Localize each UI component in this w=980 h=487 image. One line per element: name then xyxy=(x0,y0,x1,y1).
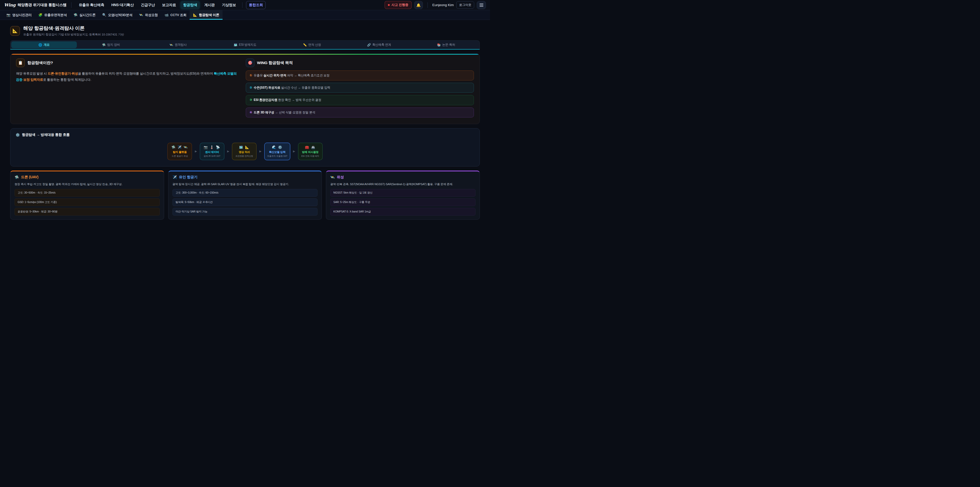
subnav-item-위성요청[interactable]: 🛰️위성요청 xyxy=(136,10,161,20)
subnav-item-영상사진관리[interactable]: 📷영상사진관리 xyxy=(3,10,35,20)
platform-title: 🛸드론 (UAV) xyxy=(14,175,160,179)
incident-status-badge: 사고 진행중 xyxy=(385,1,412,9)
platform-title: ✈️유인 항공기 xyxy=(172,175,318,179)
main-nav: 유출유 확산예측HNS·대기확산긴급구난보고자료항공탐색게시판기상정보통합조회 xyxy=(76,1,266,9)
flow-step-label: 영상 처리 xyxy=(235,150,254,154)
flow-arrow-icon: ▶ xyxy=(227,150,229,153)
goal-number: ④ xyxy=(250,110,252,114)
header-divider xyxy=(71,2,72,8)
spec-row: 고도: 300~3,000m · 속도: 60~150m/s xyxy=(172,189,318,196)
tab-label: 면적 산정 xyxy=(308,43,321,47)
위성요청-icon: 🛰️ xyxy=(139,13,143,17)
flow-step-icons: 🧰 🚢 xyxy=(301,145,320,149)
subnav-item-label: 오염/선박3D분석 xyxy=(108,13,132,18)
flow-card: ⚙️ 항공탐색 → 방제대응 통합 흐름 🛸 ✈️ 🛰️탐지 플랫폼드론·항공기… xyxy=(10,128,480,166)
app-title: 해양환경 위기대응 통합시스템 xyxy=(18,3,67,7)
flow-step-icons: 📷 🌡️ 📡 xyxy=(203,145,221,149)
탐지 장비-icon: 🛸 xyxy=(102,43,106,47)
드론 (UAV)-icon: 🛸 xyxy=(14,175,19,179)
flow-heading: 항공탐색 → 방제대응 통합 흐름 xyxy=(22,133,70,137)
goals-section: 🎯 WING 항공탐색 목적 ①유출유 실시간 위치·면적 파악 → 확산예측 … xyxy=(246,59,474,120)
section-tabs: 🌐개요🛸탐지 장비🛰️원격탐사🗺️ESI 방제지도📏면적 산정🔗확산예측 연계📚… xyxy=(10,40,480,49)
원격탐사-icon: 🛰️ xyxy=(169,43,173,47)
overview-card: 📋 항공탐색이란? 해양 유류오염 발생 시 드론·유인항공기·위성을 활용하여… xyxy=(10,54,480,124)
subnav-item-label: 유출유면적분석 xyxy=(44,13,67,18)
위성-icon: 🛰️ xyxy=(330,175,334,179)
goal-number: ③ xyxy=(250,98,252,102)
flow-arrow-icon: ▶ xyxy=(195,150,197,153)
what-paragraph: 해양 유류오염 발생 시 드론·유인항공기·위성을 활용하여 유출유의 위치·면… xyxy=(16,70,238,83)
subnav-item-label: 실시간드론 xyxy=(80,13,96,18)
platform-desc: 광역·반복 관측. SST(NOAA AVHRR·NGSST)·SAR(Sent… xyxy=(330,182,476,187)
tab-label: 논문·특허 xyxy=(442,43,455,47)
subnav-item-label: CCTV 조회 xyxy=(170,13,186,18)
subnav-item-CCTV 조회[interactable]: 📹CCTV 조회 xyxy=(161,10,190,20)
flow-step-label: 센서 데이터 xyxy=(203,150,221,154)
flow-step-label: 탐지 플랫폼 xyxy=(170,150,189,154)
logout-button[interactable]: 로그아웃 xyxy=(456,1,474,9)
flow-step-sub: 좌표변환·면적산정 xyxy=(235,155,254,158)
platform-title-label: 유인 항공기 xyxy=(179,175,197,179)
flow-step-sub: 유출위치·유출량·SST xyxy=(267,155,287,158)
nav-item-긴급구난[interactable]: 긴급구난 xyxy=(138,1,158,9)
platform-title-label: 위성 xyxy=(337,175,344,179)
platform-card-위성: 🛰️위성광역·반복 관측. SST(NOAA AVHRR·NGSST)·SAR(… xyxy=(326,171,480,220)
subnav-item-오염/선박3D분석[interactable]: 🔍오염/선박3D분석 xyxy=(99,10,135,20)
tab-면적 산정[interactable]: 📏면적 산정 xyxy=(279,42,345,48)
spec-row: 운용반경: 5~30km · 체공: 30~90분 xyxy=(14,208,160,216)
tab-개요[interactable]: 🌐개요 xyxy=(11,42,77,48)
flow-step-icons: 🌊 ⚙️ xyxy=(267,145,287,149)
clipboard-icon: 📋 xyxy=(16,59,25,67)
platform-title: 🛰️위성 xyxy=(330,175,476,179)
tab-ESI 방제지도[interactable]: 🗺️ESI 방제지도 xyxy=(212,42,278,48)
spec-row: GSD: 1~5cm/px (100m 고도 기준) xyxy=(14,198,160,206)
sub-nav: 📷영상사진관리🧩유출유면적분석🛸실시간드론🔍오염/선박3D분석🛰️위성요청📹CC… xyxy=(0,10,490,20)
nav-item-항공탐색[interactable]: 항공탐색 xyxy=(180,1,200,9)
tab-label: 원격탐사 xyxy=(175,43,186,47)
flow-step-sub: 드론·항공기·위성 xyxy=(170,155,189,158)
nav-item-보고자료[interactable]: 보고자료 xyxy=(159,1,179,9)
hamburger-icon xyxy=(479,3,484,6)
flow-step-방제 의사결정: 🧰 🚢방제 의사결정ESI 연계·자원 배치 xyxy=(298,143,323,160)
subnav-item-label: 위성요청 xyxy=(145,13,158,18)
nav-item-게시판[interactable]: 게시판 xyxy=(201,1,218,9)
논문·특허-icon: 📚 xyxy=(437,43,441,47)
nav-item-기상정보[interactable]: 기상정보 xyxy=(219,1,239,9)
nav-item-유출유 확산예측[interactable]: 유출유 확산예측 xyxy=(76,1,107,9)
spec-row: SAR: 5~25m 해상도 · 구름 무관 xyxy=(330,198,476,206)
nav-item-HNS·대기확산[interactable]: HNS·대기확산 xyxy=(108,1,137,9)
영상사진관리-icon: 📷 xyxy=(6,13,11,17)
nav-item-통합조회[interactable]: 통합조회 xyxy=(246,1,266,9)
ESI 방제지도-icon: 🗺️ xyxy=(234,43,238,47)
spec-row: 고도: 30~500m · 속도: 15~25m/s xyxy=(14,189,160,196)
goal-list: ①유출유 실시간 위치·면적 파악 → 확산예측 초기조건 보정②수온(SST)… xyxy=(246,70,474,118)
tab-label: 개요 xyxy=(44,43,49,47)
subnav-item-유출유면적분석[interactable]: 🧩유출유면적분석 xyxy=(35,10,70,20)
subnav-item-항공탐색 이론[interactable]: 📐항공탐색 이론 xyxy=(189,10,222,20)
tab-탐지 장비[interactable]: 🛸탐지 장비 xyxy=(78,42,144,48)
bell-icon: 🔔 xyxy=(416,3,421,7)
flow-step-sub: ESI 연계·자원 배치 xyxy=(301,155,320,158)
page-title: 해양 항공탐색·원격탐사 이론 xyxy=(23,25,124,32)
tab-label: 탐지 장비 xyxy=(107,43,120,47)
subnav-item-실시간드론[interactable]: 🛸실시간드론 xyxy=(70,10,99,20)
tab-label: ESI 방제지도 xyxy=(239,43,256,47)
tab-논문·특허[interactable]: 📚논문·특허 xyxy=(413,42,479,48)
tab-label: 확산예측 연계 xyxy=(372,43,391,47)
hamburger-menu-button[interactable] xyxy=(477,1,486,9)
platform-card-드론 (UAV): 🛸드론 (UAV)현장 즉시 투입·저고도 정밀 촬영. 광학·적외선 카메라 … xyxy=(10,171,164,220)
what-heading: 항공탐색이란? xyxy=(27,60,53,65)
flow-step-센서 데이터: 📷 🌡️ 📡센서 데이터광학·IR·SAR·SST xyxy=(200,143,224,160)
flow-step-탐지 플랫폼: 🛸 ✈️ 🛰️탐지 플랫폼드론·항공기·위성 xyxy=(167,143,192,160)
spec-row: 탐색폭: 5~50km · 체공: 4~8시간 xyxy=(172,198,318,206)
notification-bell-button[interactable]: 🔔 xyxy=(414,1,423,9)
flow-step-영상 처리: 🗺️ 📐영상 처리좌표변환·면적산정 xyxy=(232,143,256,160)
user-name: Eunjeong Kim xyxy=(432,3,454,7)
goal-number: ① xyxy=(250,73,252,77)
tab-확산예측 연계[interactable]: 🔗확산예측 연계 xyxy=(346,42,412,48)
면적 산정-icon: 📏 xyxy=(303,43,307,47)
goals-heading: WING 항공탐색 목적 xyxy=(257,60,293,65)
tab-원격탐사[interactable]: 🛰️원격탐사 xyxy=(145,42,211,48)
brand-logo: Wing xyxy=(4,3,16,7)
확산예측 연계-icon: 🔗 xyxy=(367,43,371,47)
